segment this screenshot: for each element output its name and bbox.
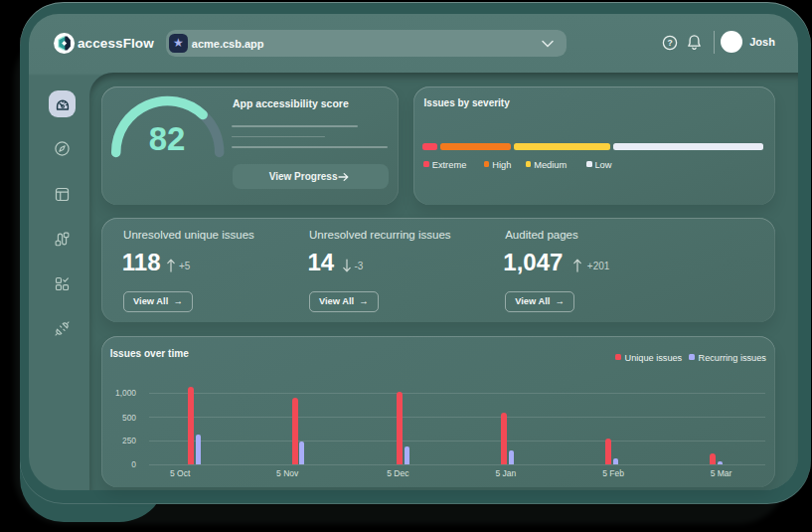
svg-text:?: ?: [667, 38, 672, 48]
